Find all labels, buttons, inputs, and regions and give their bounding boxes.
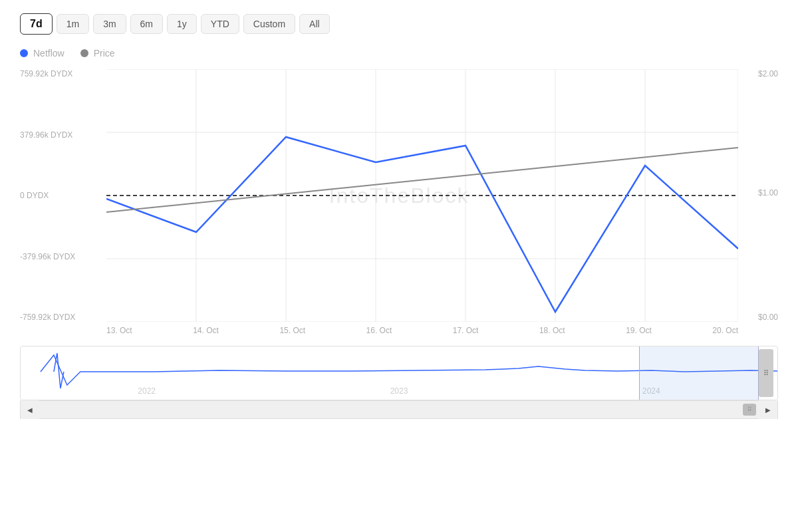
scroll-left-btn[interactable]: ◀: [21, 400, 39, 419]
page-container: 7d 1m 3m 6m 1y YTD Custom All Netflow Pr…: [0, 0, 798, 432]
time-btn-1m[interactable]: 1m: [57, 14, 89, 34]
time-range-selector: 7d 1m 3m 6m 1y YTD Custom All: [20, 13, 778, 35]
time-btn-1y[interactable]: 1y: [167, 14, 197, 34]
y-right-1: $1.00: [758, 188, 778, 198]
time-btn-3m[interactable]: 3m: [93, 14, 126, 34]
main-chart: IntoTheBlock 759.92k DYDX 379.96k DYDX 0…: [20, 69, 778, 322]
chart-legend: Netflow Price: [20, 48, 778, 59]
scroll-right-btn[interactable]: ▶: [759, 400, 777, 419]
y-axis-left: 759.92k DYDX 379.96k DYDX 0 DYDX -379.96…: [20, 69, 106, 322]
y-right-0: $2.00: [758, 69, 778, 78]
price-line: [106, 148, 738, 212]
netflow-dot: [20, 49, 28, 57]
y-label-2: 0 DYDX: [20, 191, 106, 200]
y-axis-right: $2.00 $1.00 $0.00: [738, 69, 778, 322]
time-btn-all[interactable]: All: [299, 14, 330, 34]
chart-svg-container: [106, 69, 738, 322]
x-label-4: 17. Oct: [453, 326, 479, 335]
price-dot: [80, 49, 88, 57]
legend-price: Price: [80, 48, 115, 59]
x-label-6: 19. Oct: [626, 326, 652, 335]
time-btn-custom[interactable]: Custom: [243, 14, 295, 34]
legend-netflow: Netflow: [20, 48, 65, 59]
netflow-line: [106, 137, 738, 312]
range-highlight: [639, 346, 759, 400]
x-label-1: 14. Oct: [193, 326, 219, 335]
time-btn-7d[interactable]: 7d: [20, 13, 53, 35]
time-btn-6m[interactable]: 6m: [130, 14, 163, 34]
time-btn-ytd[interactable]: YTD: [201, 14, 239, 34]
scroll-thumb[interactable]: ⠿: [743, 404, 756, 416]
price-label: Price: [94, 48, 115, 59]
scrollbar: ◀ ⠿ ▶: [20, 400, 778, 419]
x-axis: 13. Oct 14. Oct 15. Oct 16. Oct 17. Oct …: [106, 322, 738, 335]
y-label-3: -379.96k DYDX: [20, 252, 106, 261]
mini-chart: 2022 2023 2024 ⠿: [20, 346, 778, 400]
netflow-label: Netflow: [33, 48, 65, 59]
y-right-2: $0.00: [758, 313, 778, 322]
x-label-5: 18. Oct: [539, 326, 565, 335]
scroll-track[interactable]: ⠿: [39, 401, 759, 418]
x-label-2: 15. Oct: [279, 326, 305, 335]
main-chart-svg: [106, 69, 738, 322]
y-label-0: 759.92k DYDX: [20, 69, 106, 78]
chart-wrapper: IntoTheBlock 759.92k DYDX 379.96k DYDX 0…: [20, 69, 778, 335]
y-label-1: 379.96k DYDX: [20, 130, 106, 140]
y-label-4: -759.92k DYDX: [20, 313, 106, 322]
x-label-7: 20. Oct: [712, 326, 738, 335]
range-handle[interactable]: ⠿: [759, 349, 773, 397]
x-label-3: 16. Oct: [366, 326, 392, 335]
x-label-0: 13. Oct: [106, 326, 132, 335]
